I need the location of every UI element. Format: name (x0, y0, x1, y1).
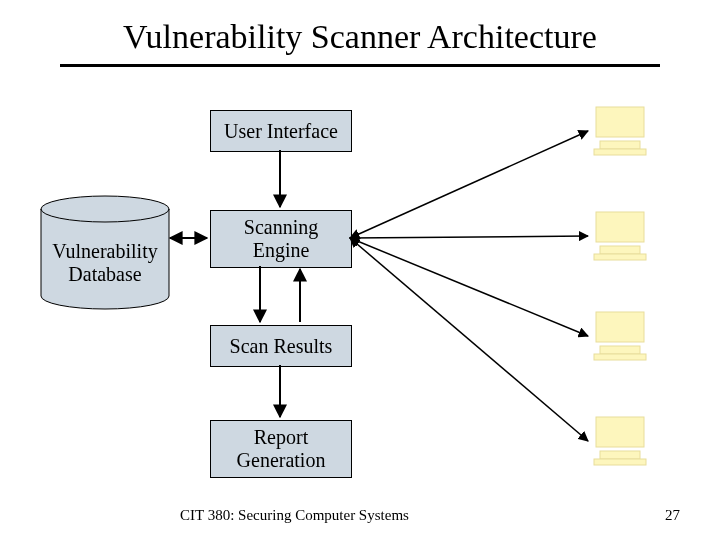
svg-rect-11 (600, 451, 640, 459)
svg-rect-3 (594, 149, 646, 155)
svg-rect-12 (594, 459, 646, 465)
svg-rect-7 (596, 312, 644, 342)
node-user-interface: User Interface (210, 110, 352, 152)
svg-rect-8 (600, 346, 640, 354)
title-underline (60, 64, 660, 67)
footer-course: CIT 380: Securing Computer Systems (180, 507, 409, 524)
svg-rect-9 (594, 354, 646, 360)
node-scan-results-label: Scan Results (230, 335, 333, 358)
node-database-label: Vulnerability Database (40, 195, 170, 320)
node-database: Vulnerability Database (40, 195, 170, 310)
svg-line-18 (350, 131, 588, 238)
node-scanning-engine: Scanning Engine (210, 210, 352, 268)
host-icon-4 (590, 415, 650, 467)
host-icon-1 (590, 105, 650, 157)
svg-line-19 (350, 236, 588, 238)
svg-rect-4 (596, 212, 644, 242)
svg-line-21 (350, 238, 588, 441)
svg-rect-5 (600, 246, 640, 254)
host-icon-3 (590, 310, 650, 362)
host-icon-2 (590, 210, 650, 262)
node-user-interface-label: User Interface (224, 120, 338, 143)
node-report-generation: Report Generation (210, 420, 352, 478)
svg-rect-2 (600, 141, 640, 149)
node-scan-results: Scan Results (210, 325, 352, 367)
svg-rect-10 (596, 417, 644, 447)
svg-rect-6 (594, 254, 646, 260)
svg-rect-1 (596, 107, 644, 137)
svg-line-20 (350, 238, 588, 336)
node-scanning-engine-label: Scanning Engine (244, 216, 318, 262)
footer-page-number: 27 (665, 507, 680, 524)
slide-title: Vulnerability Scanner Architecture (0, 18, 720, 56)
node-report-generation-label: Report Generation (237, 426, 326, 472)
